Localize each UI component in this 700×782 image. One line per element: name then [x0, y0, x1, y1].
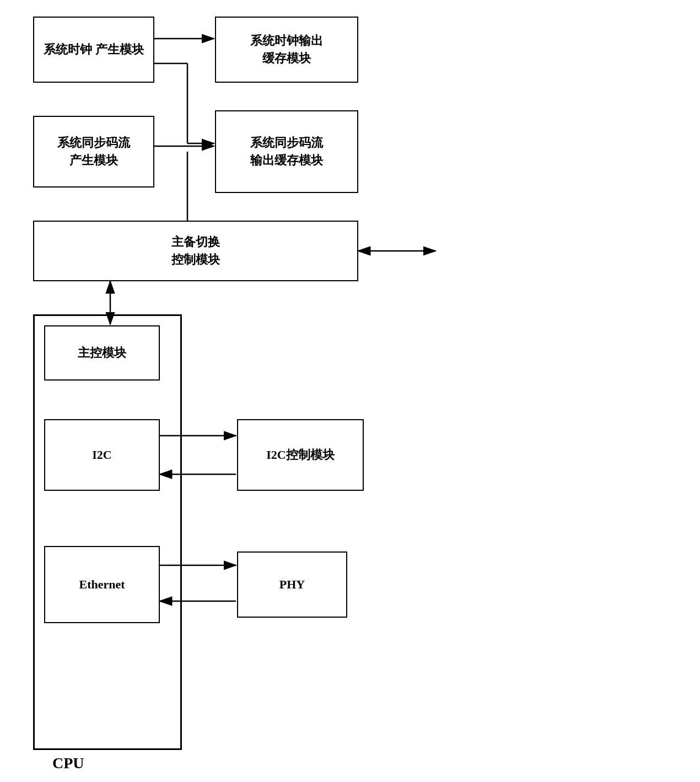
- phy-label: PHY: [279, 576, 305, 593]
- master-switch-label: 主备切换控制模块: [171, 233, 220, 269]
- i2c-ctrl-block: I2C控制模块: [237, 419, 364, 491]
- master-switch-block: 主备切换控制模块: [33, 221, 358, 281]
- sys-sync-out-label: 系统同步码流输出缓存模块: [250, 134, 323, 169]
- diagram: 系统时钟 产生模块 系统时钟输出缓存模块 系统同步码流产生模块 系统同步码流输出…: [0, 0, 700, 782]
- sys-sync-gen-label: 系统同步码流产生模块: [57, 134, 130, 169]
- ethernet-block: Ethernet: [44, 546, 160, 623]
- main-ctrl-label: 主控模块: [78, 344, 126, 362]
- sys-sync-gen-block: 系统同步码流产生模块: [33, 116, 154, 188]
- sys-clock-out-label: 系统时钟输出缓存模块: [250, 32, 323, 67]
- phy-block: PHY: [237, 551, 347, 618]
- sys-clock-out-block: 系统时钟输出缓存模块: [215, 17, 358, 83]
- i2c-label: I2C: [92, 446, 111, 464]
- sys-clock-gen-label: 系统时钟 产生模块: [44, 41, 144, 58]
- i2c-ctrl-label: I2C控制模块: [266, 446, 334, 464]
- cpu-label: CPU: [52, 754, 84, 772]
- sys-sync-out-block: 系统同步码流输出缓存模块: [215, 110, 358, 193]
- ethernet-label: Ethernet: [79, 576, 125, 593]
- main-ctrl-block: 主控模块: [44, 325, 160, 381]
- sys-clock-gen-block: 系统时钟 产生模块: [33, 17, 154, 83]
- i2c-block: I2C: [44, 419, 160, 491]
